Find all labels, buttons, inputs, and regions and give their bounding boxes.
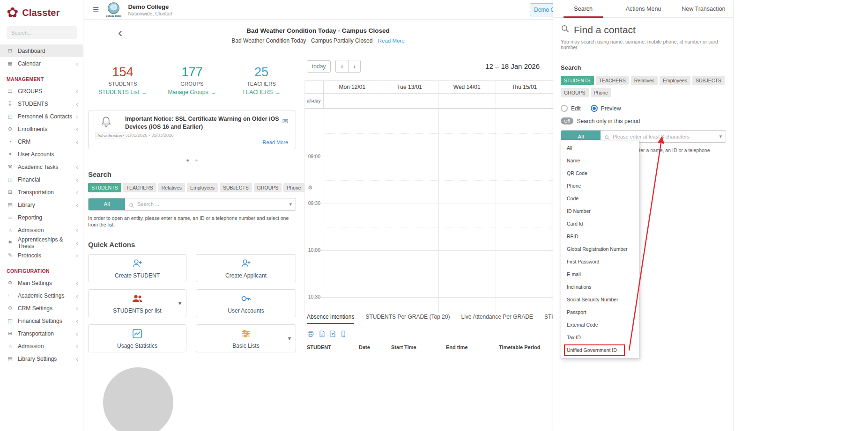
caret-down-icon[interactable]: ▾: [288, 335, 291, 342]
quick-action-usage-statistics[interactable]: Usage Statistics: [88, 324, 186, 352]
edit-radio[interactable]: [561, 105, 568, 112]
dropdown-option-card-id[interactable]: Card Id: [561, 218, 639, 230]
sidebar-item-dashboard[interactable]: ⊡ Dashboard: [0, 44, 83, 57]
banner-prev-icon[interactable]: ‹: [118, 26, 122, 39]
tab-teachers[interactable]: TEACHERS: [123, 183, 156, 192]
sidebar-item-academic-tasks[interactable]: ⚒ Academic Tasks ‹: [0, 161, 83, 173]
tab-groups[interactable]: GROUPS: [254, 183, 282, 192]
dropdown-option-all[interactable]: All: [561, 142, 639, 154]
mobile-export-icon[interactable]: [341, 330, 346, 337]
sidebar-item-protocols[interactable]: ✎ Protocols ‹: [0, 249, 83, 262]
period-toggle[interactable]: Off: [561, 117, 573, 124]
dropdown-option-first-password[interactable]: First Password: [561, 256, 639, 268]
preview-radio[interactable]: [591, 105, 598, 112]
dropdown-option-e-mail[interactable]: E-mail: [561, 268, 639, 281]
banner-read-more-link[interactable]: Read More: [378, 38, 405, 44]
tab-relatives[interactable]: Relatives: [158, 183, 185, 192]
sidebar-item-groups[interactable]: ☷ GROUPS ‹: [0, 85, 83, 97]
calendar-allday-cell[interactable]: [438, 94, 496, 108]
quick-action-user-accounts[interactable]: User Accounts: [196, 289, 296, 317]
sidebar-item-user-accounts[interactable]: ✦ User Accounts: [0, 148, 83, 161]
tab-employees[interactable]: Employees: [187, 183, 218, 192]
sidebar-item-crm[interactable]: ◔ CRM ‹: [0, 135, 83, 148]
period-selector-button[interactable]: Demo C: [530, 3, 553, 16]
sidebar-item-reporting[interactable]: ≣ Reporting: [0, 211, 83, 224]
sidebar-item-apprenticeships-thesis[interactable]: ⚑ Apprenticeships & Thesis ‹: [0, 236, 83, 249]
sidebar-item-transportation[interactable]: ⊞ Transportation ‹: [0, 186, 83, 198]
panel-tab-employees[interactable]: Employees: [660, 76, 690, 85]
carousel-dot[interactable]: ●: [195, 158, 198, 163]
panel-tab-subjects[interactable]: SUBJECTS: [692, 76, 725, 85]
tab-absence-intentions[interactable]: Absence intentions: [307, 314, 354, 320]
stat-students-link[interactable]: STUDENTS List→: [98, 89, 147, 95]
panel-tab-search[interactable]: Search: [553, 0, 613, 17]
tab-subjects[interactable]: SUBJECTS: [220, 183, 252, 192]
dropdown-option-unified-government-id[interactable]: Unified Government ID: [561, 344, 639, 357]
sidebar-item-library[interactable]: ▤ Library ‹: [0, 198, 83, 211]
sidebar-item-enrollments[interactable]: ⊕ Enrollments ‹: [0, 123, 83, 135]
dropdown-option-passport[interactable]: Passport: [561, 306, 639, 319]
calendar-today-button[interactable]: today: [307, 60, 331, 73]
tab-students-dispersion[interactable]: STUDENTS Dispersion by Gen: [544, 314, 553, 320]
quick-action-create-applicant[interactable]: Create Applicant: [196, 254, 296, 282]
stat-teachers-link[interactable]: TEACHERS→: [242, 89, 281, 95]
sidebar-search-input[interactable]: [7, 26, 77, 39]
dropdown-option-code[interactable]: Code: [561, 192, 639, 205]
sidebar-item-transportation-settings[interactable]: ⊞ Transportation ‹: [0, 327, 83, 340]
export-file-icon[interactable]: [319, 330, 325, 337]
panel-tab-new-transaction[interactable]: New Transaction: [674, 0, 734, 17]
dropdown-option-rfid[interactable]: RFID: [561, 230, 639, 243]
main-search-input[interactable]: [125, 198, 296, 210]
tab-students[interactable]: STUDENTS: [88, 183, 121, 192]
dropdown-option-global-registration-number[interactable]: Global Registration Number: [561, 243, 639, 256]
sidebar-item-calendar[interactable]: ▦ Calendar ‹: [0, 57, 83, 70]
sidebar-item-admission[interactable]: ⌂ Admission ‹: [0, 224, 83, 236]
notice-read-more-link[interactable]: Read More: [263, 139, 288, 145]
tab-live-attendance[interactable]: Live Attendance Per GRADE: [461, 314, 533, 320]
panel-tab-relatives[interactable]: Relatives: [631, 76, 658, 85]
tab-students-per-grade[interactable]: STUDENTS Per GRADE (Top 20): [365, 314, 450, 320]
carousel-dot-active[interactable]: ●: [186, 158, 189, 163]
dropdown-option-inclinations[interactable]: Inclinations: [561, 281, 639, 293]
envelope-icon[interactable]: ✉: [282, 117, 288, 125]
calendar-allday-cell[interactable]: [381, 94, 439, 108]
stat-groups-link[interactable]: Manage Groups→: [168, 89, 216, 95]
dropdown-option-tax-id[interactable]: Tax ID: [561, 331, 639, 344]
dropdown-option-social-security-number[interactable]: Social Security Number: [561, 293, 639, 306]
calendar-prev-button[interactable]: ‹: [335, 60, 348, 73]
quick-action-basic-lists[interactable]: Basic Lists ▾: [196, 324, 296, 352]
sidebar-item-crm-settings[interactable]: ⚙ CRM Settings ‹: [0, 302, 83, 314]
sidebar-item-admission-settings[interactable]: ⌂ Admission ‹: [0, 340, 83, 352]
sidebar-item-financial[interactable]: ◫ Financial ‹: [0, 173, 83, 186]
search-scope-button[interactable]: All: [89, 198, 125, 210]
sidebar-item-library-settings[interactable]: ▤ Library Settings ‹: [0, 352, 83, 365]
quick-action-students-per-list[interactable]: STUDENTS per list ▾: [88, 289, 186, 317]
hamburger-menu-icon[interactable]: ☰: [93, 6, 99, 14]
dropdown-option-external-code[interactable]: External Code: [561, 319, 639, 331]
dropdown-option-qr-code[interactable]: QR Code: [561, 167, 639, 180]
calendar-allday-cell[interactable]: [496, 94, 553, 108]
panel-tab-groups[interactable]: GROUPS: [561, 88, 589, 97]
dropdown-option-id-number[interactable]: ID Number: [561, 205, 639, 218]
sidebar-item-students[interactable]: ⣿ STUDENTS ‹: [0, 97, 83, 110]
sidebar-item-main-settings[interactable]: ⚙ Main Settings ‹: [0, 277, 83, 289]
calendar-time-grid[interactable]: 09:00 09:30 10:00 10:30: [304, 109, 553, 313]
caret-down-icon[interactable]: ▾: [719, 133, 722, 139]
calendar-allday-cell[interactable]: [324, 94, 381, 108]
sidebar-item-financial-settings[interactable]: ◫ Financial Settings ‹: [0, 314, 83, 327]
panel-tab-actions-menu[interactable]: Actions Menu: [613, 0, 673, 17]
sidebar-item-personnel-contacts[interactable]: ◰ Personnel & Contacts ‹: [0, 110, 83, 123]
panel-tab-teachers[interactable]: TEACHERS: [596, 76, 629, 85]
caret-down-icon[interactable]: ▾: [178, 300, 181, 307]
panel-tab-phone[interactable]: Phone: [591, 88, 611, 97]
calendar-next-button[interactable]: ›: [348, 60, 361, 73]
sidebar-item-academic-settings[interactable]: ≔ Academic Settings ‹: [0, 289, 83, 302]
print-icon[interactable]: [307, 330, 314, 337]
dropdown-option-phone[interactable]: Phone: [561, 180, 639, 192]
export-document-icon[interactable]: [330, 330, 336, 337]
tab-phone[interactable]: Phone: [283, 183, 304, 192]
dropdown-option-name[interactable]: Name: [561, 154, 639, 167]
panel-tab-students[interactable]: STUDENTS: [561, 76, 594, 85]
quick-action-create-student[interactable]: Create STUDENT: [88, 254, 186, 282]
caret-down-icon[interactable]: ▾: [289, 201, 292, 207]
